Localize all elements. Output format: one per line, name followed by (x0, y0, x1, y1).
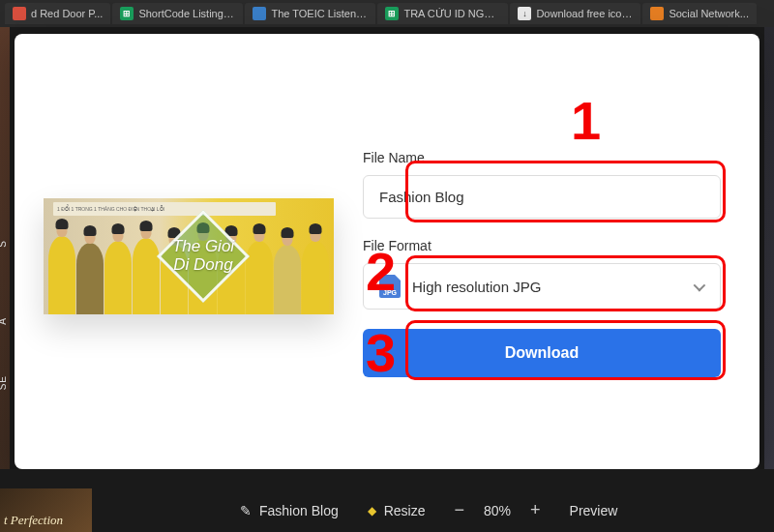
jpg-icon: JPG (379, 275, 401, 298)
resize-label: Resize (384, 503, 426, 518)
tab-favicon (650, 7, 664, 20)
design-preview-image: 1 ĐỔI 1 TRONG 1 THÁNG CHO ĐIỆN THOẠI LỖI… (44, 198, 334, 314)
background-left-strip: S A SE (0, 27, 10, 532)
browser-tab[interactable]: d Red Door P... (5, 3, 110, 24)
zoom-value: 80% (484, 503, 511, 518)
zoom-in-button[interactable]: + (530, 500, 541, 520)
tab-label: d Red Door P... (31, 8, 103, 19)
browser-tabs-bar: d Red Door P... ⊞ShortCode Listing -... … (0, 0, 774, 27)
tab-favicon: ⊞ (120, 7, 134, 20)
bottom-thumbnail[interactable]: t Perfection (0, 488, 92, 532)
bg-letter: SE (0, 375, 8, 390)
bg-letter: A (0, 317, 8, 325)
preview-label: Preview (570, 503, 618, 518)
fileformat-select[interactable]: JPG High resolution JPG (363, 263, 721, 310)
chevron-down-icon (691, 280, 704, 293)
zoom-out-button[interactable]: − (455, 500, 465, 520)
tab-label: The TOEIC Listening... (271, 8, 368, 19)
filename-label: File Name (363, 150, 721, 165)
download-form: File Name File Format JPG High resolutio… (363, 73, 730, 440)
resize-control[interactable]: ◆ Resize (368, 503, 426, 518)
diamond-icon: ◆ (368, 504, 376, 517)
fileformat-label: File Format (363, 238, 721, 253)
fileformat-value: High resolution JPG (412, 279, 679, 295)
preview-control[interactable]: Preview (570, 503, 618, 518)
editor-bottom-bar: t Perfection Fashion Blog ◆ Resize − 80%… (0, 469, 774, 532)
bottom-controls: Fashion Blog ◆ Resize − 80% + Preview (240, 500, 617, 520)
browser-tab[interactable]: ⊞TRA CỨU ID NGAN... (377, 3, 508, 24)
tab-favicon (13, 7, 26, 20)
browser-tab[interactable]: Social Network... (642, 3, 757, 24)
download-button[interactable]: Download (363, 329, 721, 377)
tab-label: TRA CỨU ID NGAN... (403, 8, 500, 20)
background-right-strip (764, 27, 774, 532)
browser-tab[interactable]: The TOEIC Listening... (245, 3, 375, 24)
fileformat-field: File Format JPG High resolution JPG (363, 238, 721, 310)
tab-favicon: ⊞ (385, 7, 399, 20)
pencil-icon (240, 503, 252, 518)
filename-input[interactable] (363, 175, 721, 219)
tab-favicon: ↓ (518, 7, 531, 20)
overlay-line: The Gioi (172, 237, 234, 255)
preview-pane: 1 ĐỔI 1 TRONG 1 THÁNG CHO ĐIỆN THOẠI LỖI… (44, 73, 334, 440)
download-field: Download (363, 329, 721, 377)
tab-label: ShortCode Listing -... (138, 8, 235, 19)
preview-banner-text: 1 ĐỔI 1 TRONG 1 THÁNG CHO ĐIỆN THOẠI LỖI (53, 202, 276, 216)
overlay-line: Di Dong (173, 255, 232, 274)
tab-favicon (253, 7, 266, 20)
browser-tab[interactable]: ↓Download free icon... (510, 3, 640, 24)
browser-tab[interactable]: ⊞ShortCode Listing -... (112, 3, 243, 24)
zoom-controls: − 80% + (455, 500, 541, 520)
preview-overlay-title: The Gioi Di Dong (172, 238, 234, 274)
thumbnail-caption: t Perfection (4, 513, 63, 528)
tab-label: Social Network... (669, 8, 749, 19)
tab-label: Download free icon... (536, 8, 633, 19)
bg-letter: S (0, 240, 8, 248)
download-modal: 1 ĐỔI 1 TRONG 1 THÁNG CHO ĐIỆN THOẠI LỖI… (15, 34, 759, 469)
edit-title-control[interactable]: Fashion Blog (240, 503, 339, 518)
filename-field: File Name (363, 150, 721, 219)
design-title: Fashion Blog (259, 503, 339, 518)
